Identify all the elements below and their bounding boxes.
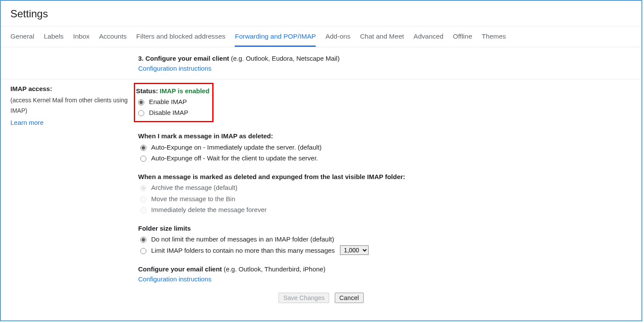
tab-chat-meet[interactable]: Chat and Meet	[360, 26, 404, 47]
delete-forever-radio	[140, 207, 146, 213]
archive-option: Archive the message (default)	[138, 183, 632, 192]
pop-step3-section: 3. Configure your email client (e.g. Out…	[10, 47, 632, 79]
archive-radio	[140, 185, 146, 191]
delete-forever-option: Immediately delete the message forever	[138, 205, 632, 215]
tab-accounts[interactable]: Accounts	[99, 26, 127, 47]
tab-inbox[interactable]: Inbox	[73, 26, 90, 47]
disable-imap-radio[interactable]	[138, 110, 144, 116]
auto-expunge-off-radio[interactable]	[140, 156, 146, 162]
configure-client-rest: (e.g. Outlook, Thunderbird, iPhone)	[222, 265, 325, 273]
no-limit-label: Do not limit the number of messages in a…	[151, 234, 334, 244]
imap-status-value: IMAP is enabled	[160, 86, 210, 96]
imap-config-link[interactable]: Configuration instructions	[138, 275, 211, 283]
imap-access-title: IMAP access:	[10, 84, 138, 94]
no-limit-option[interactable]: Do not limit the number of messages in a…	[138, 234, 632, 244]
imap-status-highlight: Status: IMAP is enabled Enable IMAP Disa…	[134, 83, 214, 123]
tab-forwarding-pop-imap[interactable]: Forwarding and POP/IMAP	[235, 26, 316, 47]
configure-client-bold: Configure your email client	[138, 265, 222, 273]
message-count-select[interactable]: 1,000	[340, 245, 369, 255]
limit-messages-option[interactable]: Limit IMAP folders to contain no more th…	[138, 245, 632, 255]
page-title: Settings	[1, 1, 641, 26]
tab-labels[interactable]: Labels	[44, 26, 64, 47]
enable-imap-label: Enable IMAP	[149, 97, 187, 107]
deleted-group-title: When I mark a message in IMAP as deleted…	[138, 131, 632, 141]
auto-expunge-off-option[interactable]: Auto-Expunge off - Wait for the client t…	[138, 153, 632, 163]
move-bin-option: Move the message to the Bin	[138, 194, 632, 204]
tab-themes[interactable]: Themes	[482, 26, 506, 47]
learn-more-link[interactable]: Learn more	[10, 119, 44, 126]
disable-imap-option[interactable]: Disable IMAP	[136, 108, 210, 117]
limit-messages-label: Limit IMAP folders to contain no more th…	[151, 245, 335, 255]
tab-offline[interactable]: Offline	[453, 26, 472, 47]
move-bin-label: Move the message to the Bin	[151, 194, 235, 204]
folder-group-title: Folder size limits	[138, 223, 632, 233]
configure-client-group: Configure your email client (e.g. Outloo…	[138, 264, 632, 284]
delete-forever-label: Immediately delete the message forever	[151, 205, 267, 215]
button-row: Save Changes Cancel	[10, 293, 632, 303]
enable-imap-option[interactable]: Enable IMAP	[136, 97, 210, 107]
tab-addons[interactable]: Add-ons	[325, 26, 350, 47]
limit-messages-radio[interactable]	[140, 248, 146, 254]
expunged-behavior-group: When a message is marked as deleted and …	[138, 172, 632, 215]
cancel-button[interactable]: Cancel	[335, 293, 364, 303]
move-bin-radio	[140, 196, 146, 202]
auto-expunge-on-radio[interactable]	[140, 145, 146, 151]
tab-filters[interactable]: Filters and blocked addresses	[136, 26, 226, 47]
pop-step-desc: (e.g. Outlook, Eudora, Netscape Mail)	[229, 55, 340, 62]
imap-access-desc: (access Kernel Mail from other clients u…	[10, 95, 138, 116]
settings-tabs: General Labels Inbox Accounts Filters an…	[1, 26, 641, 47]
tab-general[interactable]: General	[10, 26, 34, 47]
save-button: Save Changes	[278, 293, 329, 303]
folder-limits-group: Folder size limits Do not limit the numb…	[138, 223, 632, 255]
deleted-behavior-group: When I mark a message in IMAP as deleted…	[138, 131, 632, 163]
tab-advanced[interactable]: Advanced	[414, 26, 443, 47]
imap-status-label: Status:	[136, 86, 158, 96]
pop-config-link[interactable]: Configuration instructions	[138, 65, 211, 72]
auto-expunge-on-label: Auto-Expunge on - Immediately update the…	[151, 142, 322, 152]
enable-imap-radio[interactable]	[138, 99, 144, 105]
pop-step-label: 3. Configure your email client	[138, 55, 229, 62]
archive-label: Archive the message (default)	[151, 183, 237, 192]
no-limit-radio[interactable]	[140, 237, 146, 243]
imap-access-left: IMAP access: (access Kernel Mail from ot…	[10, 84, 138, 284]
disable-imap-label: Disable IMAP	[149, 108, 188, 117]
auto-expunge-off-label: Auto-Expunge off - Wait for the client t…	[151, 153, 318, 163]
expunged-group-title: When a message is marked as deleted and …	[138, 172, 632, 182]
auto-expunge-on-option[interactable]: Auto-Expunge on - Immediately update the…	[138, 142, 632, 152]
